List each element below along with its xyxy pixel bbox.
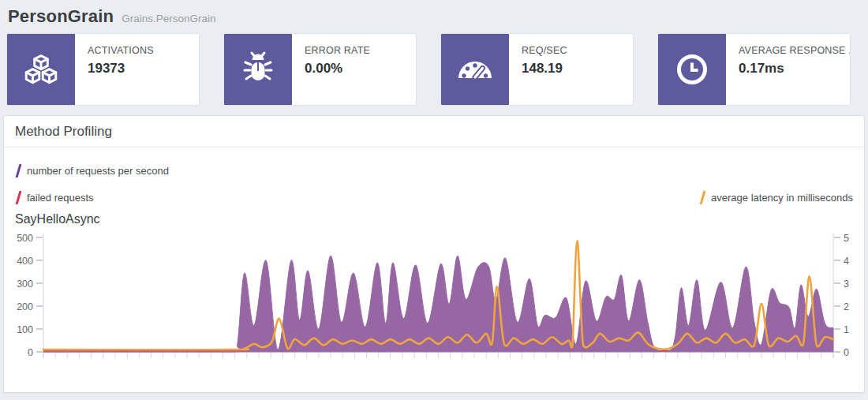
cubes-icon (7, 34, 75, 105)
svg-text:400: 400 (17, 256, 33, 267)
stat-value: 0.17ms (739, 61, 840, 77)
panel-title: Method Profiling (4, 116, 864, 148)
svg-text:300: 300 (17, 279, 33, 290)
legend-row-failed-latency: failed requests average latency in milli… (15, 189, 853, 206)
method-title: SayHelloAsync (15, 212, 853, 226)
method-chart[interactable]: 0100200300400500012345 (15, 230, 859, 376)
legend-row-requests: number of requests per second (15, 162, 853, 179)
stat-card-activations: ACTIVATIONS 19373 (6, 33, 200, 106)
stat-label: ACTIVATIONS (88, 45, 154, 56)
stat-value: 148.19 (522, 61, 567, 77)
stat-value: 19373 (88, 61, 154, 77)
svg-text:200: 200 (17, 301, 33, 312)
stat-card-average-response: AVERAGE RESPONSE ... 0.17ms (657, 33, 851, 106)
svg-text:4: 4 (844, 256, 849, 267)
stat-label: ERROR RATE (305, 45, 370, 56)
legend-failed: failed requests (15, 191, 94, 204)
svg-text:0: 0 (844, 347, 849, 358)
legend-label: number of requests per second (27, 165, 169, 177)
failed-slash-icon (16, 191, 22, 204)
svg-text:5: 5 (844, 233, 849, 244)
requests-slash-icon (16, 164, 22, 178)
page-subtitle: Grains.PersonGrain (122, 13, 215, 24)
method-profiling-panel: Method Profiling number of requests per … (3, 115, 865, 393)
stat-label: AVERAGE RESPONSE ... (739, 45, 840, 56)
page-title: PersonGrain (8, 6, 114, 27)
svg-text:3: 3 (844, 279, 849, 290)
stat-value: 0.00% (305, 61, 370, 77)
stat-label: REQ/SEC (522, 45, 567, 56)
latency-slash-icon (700, 191, 706, 204)
bug-icon (224, 34, 292, 105)
stat-card-error-rate: ERROR RATE 0.00% (223, 33, 417, 106)
svg-text:2: 2 (844, 301, 849, 312)
legend-label: average latency in milliseconds (711, 192, 853, 204)
svg-text:0: 0 (28, 347, 33, 358)
stat-card-req-sec: REQ/SEC 148.19 (440, 33, 634, 106)
svg-text:1: 1 (844, 324, 849, 335)
legend-requests: number of requests per second (15, 164, 169, 178)
legend-latency: average latency in milliseconds (699, 191, 853, 204)
stats-row: ACTIVATIONS 19373 (6, 33, 862, 106)
svg-text:100: 100 (17, 324, 33, 335)
gauge-icon (441, 34, 509, 105)
svg-text:500: 500 (17, 233, 33, 244)
page-header: PersonGrain Grains.PersonGrain (8, 6, 860, 27)
clock-icon (658, 34, 726, 105)
legend-label: failed requests (27, 192, 94, 204)
